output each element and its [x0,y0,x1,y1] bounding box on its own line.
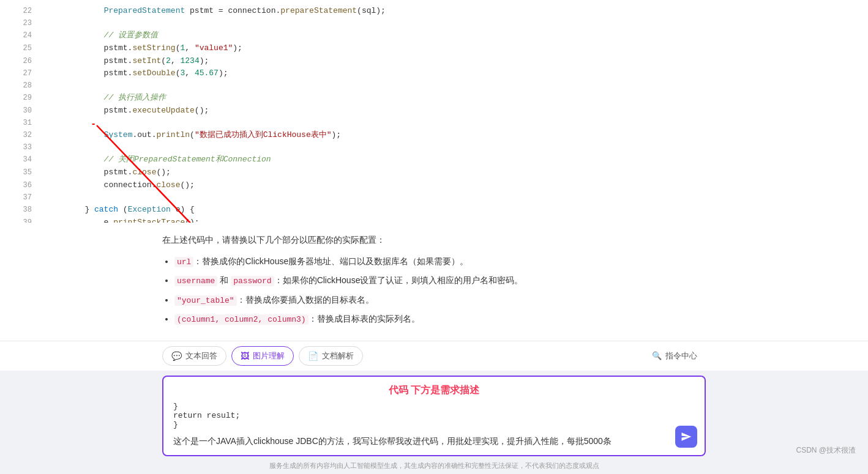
code-line: 26 pstmt.setInt(2, 1234); [0,55,868,68]
code-line: 24 // 设置参数值 [0,29,868,42]
main-container: 22 PreparedStatement pstmt = connection.… [0,0,868,474]
input-code-line2: return result; [173,411,695,420]
text-reply-label: 文本回答 [185,350,217,361]
send-button[interactable] [675,426,697,448]
input-code-line1: } [173,402,695,411]
doc-parse-button[interactable]: 📄 文档解析 [299,346,363,366]
csdn-watermark: CSDN @技术很渣 [796,445,856,456]
code-line: 23 [0,18,868,29]
bullet-list: url：替换成你的ClickHouse服务器地址、端口以及数据库名（如果需要）。… [162,254,706,327]
input-title: 代码 下方是需求描述 [173,384,695,397]
csdn-watermark-text: CSDN @技术很渣 [796,446,856,454]
footer-text: 服务生成的所有内容均由人工智能模型生成，其生成内容的准确性和完整性无法保证，不代… [269,462,599,469]
code-line: 34 // 关闭PreparedStatement和Connection [0,154,868,166]
code-line: 35 pstmt.close(); [0,166,868,179]
code-line: 33 [0,142,868,154]
footer: 服务生成的所有内容均由人工智能模型生成，其生成内容的准确性和完整性无法保证，不代… [0,459,868,474]
bullet-item-table: "your_table"：替换成你要插入数据的目标表名。 [174,292,706,308]
doc-parse-label: 文档解析 [322,350,354,361]
text-reply-button[interactable]: 💬 文本回答 [162,346,226,366]
bullet-item-columns: (column1, column2, column3)：替换成目标表的实际列名。 [174,311,706,327]
cmd-center-button[interactable]: 🔍 指令中心 [643,347,706,365]
description-intro: 在上述代码中，请替换以下几个部分以匹配你的实际配置： [162,232,706,248]
input-box[interactable]: 代码 下方是需求描述 } return result; } 这个是一个JAVA插… [162,376,706,456]
bullet-item-url: url：替换成你的ClickHouse服务器地址、端口以及数据库名（如果需要）。 [174,254,706,269]
description-section: 在上述代码中，请替换以下几个部分以匹配你的实际配置： url：替换成你的Clic… [0,223,868,341]
input-code: } return result; } [173,402,695,429]
code-line: 37 [0,192,868,204]
code-line: 29 // 执行插入操作 [0,92,868,105]
code-line: 28 [0,80,868,92]
cmd-center-label: 指令中心 [665,350,697,361]
image-icon: 🖼 [241,351,249,361]
code-line: 22 PreparedStatement pstmt = connection.… [0,5,868,18]
code-line: 31 [0,117,868,129]
input-code-line3: } [173,420,695,429]
code-section: 22 PreparedStatement pstmt = connection.… [0,0,868,223]
send-icon [681,431,692,442]
image-understand-button[interactable]: 🖼 图片理解 [231,346,294,366]
image-understand-label: 图片理解 [253,350,285,361]
code-line: 38 } catch (Exception e) { [0,204,868,217]
input-section: 代码 下方是需求描述 } return result; } 这个是一个JAVA插… [0,371,868,459]
bullet-item-username: username 和 password：如果你的ClickHouse设置了认证，… [174,273,706,288]
code-line: 36 connection.close(); [0,179,868,192]
doc-icon: 📄 [308,351,318,361]
code-block: 22 PreparedStatement pstmt = connection.… [0,0,868,223]
code-line: 39 e.printStackTrace(); [0,217,868,223]
toolbar: 💬 文本回答 🖼 图片理解 📄 文档解析 🔍 指令中心 [0,341,868,371]
search-icon: 🔍 [652,351,662,360]
code-line: 25 pstmt.setString(1, "value1"); [0,42,868,55]
code-line: 27 pstmt.setDouble(3, 45.67); [0,67,868,80]
code-line: 30 pstmt.executeUpdate(); [0,105,868,117]
code-line: 32 System.out.println("数据已成功插入到ClickHous… [0,129,868,142]
text-icon: 💬 [171,351,182,361]
input-desc: 这个是一个JAVA插入clickhouse JDBC的方法，我写让你帮我改进代码… [173,434,695,448]
